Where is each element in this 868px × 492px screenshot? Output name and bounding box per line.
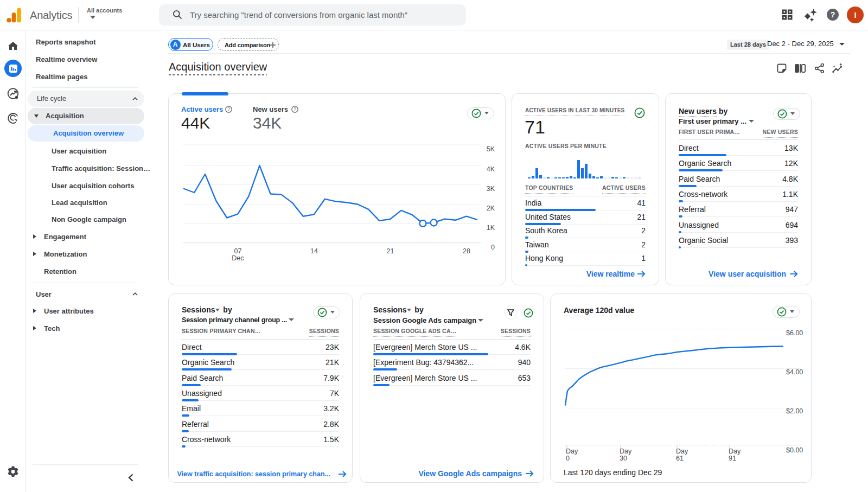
svg-text:0: 0: [491, 244, 495, 251]
svg-text:Day: Day: [566, 448, 578, 455]
svg-text:0: 0: [566, 455, 570, 462]
svg-text:Day: Day: [729, 448, 741, 455]
svg-text:Dec: Dec: [232, 254, 244, 262]
svg-text:Day: Day: [676, 448, 688, 455]
svg-text:07: 07: [234, 247, 241, 255]
svg-text:28: 28: [463, 247, 470, 255]
svg-text:4K: 4K: [487, 165, 495, 173]
svg-text:14: 14: [310, 247, 318, 255]
svg-text:91: 91: [729, 455, 736, 462]
svg-text:1K: 1K: [487, 224, 495, 232]
svg-text:$2.00: $2.00: [786, 407, 803, 415]
svg-text:5K: 5K: [487, 145, 495, 153]
svg-text:?: ?: [227, 106, 230, 112]
svg-text:?: ?: [293, 106, 296, 112]
svg-text:21: 21: [386, 247, 394, 255]
svg-text:2K: 2K: [487, 205, 495, 212]
svg-text:Day: Day: [620, 448, 632, 455]
svg-text:$4.00: $4.00: [786, 368, 803, 376]
svg-text:30: 30: [620, 455, 627, 462]
svg-text:$6.00: $6.00: [786, 329, 803, 337]
svg-text:$0.00: $0.00: [786, 446, 803, 454]
svg-text:3K: 3K: [487, 185, 495, 193]
svg-text:61: 61: [676, 455, 684, 462]
